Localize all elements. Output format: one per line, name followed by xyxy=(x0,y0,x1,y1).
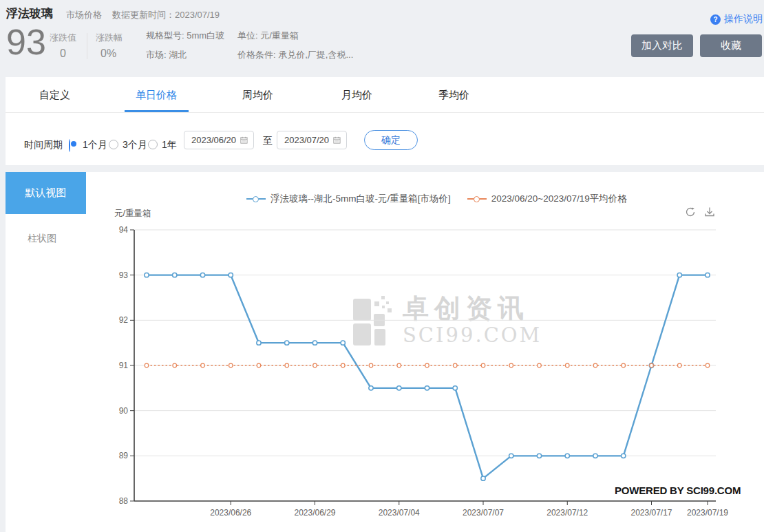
svg-text:2023/06/26: 2023/06/26 xyxy=(210,508,251,518)
svg-text:2023/06/29: 2023/06/29 xyxy=(294,508,335,518)
radio-1-year-label[interactable]: 1年 xyxy=(162,139,177,151)
svg-text:2023/07/07: 2023/07/07 xyxy=(463,508,504,518)
tab-custom[interactable]: 自定义 xyxy=(39,89,70,102)
change-pct-value: 0% xyxy=(100,47,116,60)
calendar-icon xyxy=(240,136,248,145)
calendar-icon xyxy=(333,136,341,145)
period-label: 时间周期 xyxy=(24,139,63,151)
spec-info: 规格型号: 5mm白玻 xyxy=(146,30,224,42)
price-detail-page: { "header": { "title": "浮法玻璃", "tag": "市… xyxy=(0,0,764,532)
date-from-input[interactable]: 2023/06/20 xyxy=(184,131,254,149)
svg-text:2023/07/12: 2023/07/12 xyxy=(547,508,588,518)
change-pct-label: 涨跌幅 xyxy=(96,32,123,44)
update-time-label: 数据更新时间： xyxy=(112,10,175,20)
help-link[interactable]: ? 操作说明 xyxy=(710,13,763,25)
svg-text:91: 91 xyxy=(119,361,129,370)
tab-quarterly-avg[interactable]: 季均价 xyxy=(438,89,469,102)
market-info: 市场: 湖北 xyxy=(146,49,187,61)
svg-text:92: 92 xyxy=(119,315,129,325)
legend-marker-orange xyxy=(467,195,487,202)
confirm-button[interactable]: 确定 xyxy=(364,130,418,150)
legend-label-average-series: 2023/06/20~2023/07/19平均价格 xyxy=(491,193,627,205)
sidebar-item-default-view[interactable]: 默认视图 xyxy=(6,172,86,214)
product-title: 浮法玻璃 xyxy=(6,6,53,21)
legend-item-average-series[interactable]: 2023/06/20~2023/07/19平均价格 xyxy=(467,193,627,205)
date-to-input[interactable]: 2023/07/20 xyxy=(277,131,347,149)
date-range-to-label: 至 xyxy=(263,135,273,147)
add-compare-button[interactable]: 加入对比 xyxy=(631,34,693,57)
change-value-label: 涨跌值 xyxy=(50,32,76,44)
y-axis-title: 元/重量箱 xyxy=(114,208,151,220)
help-link-label: 操作说明 xyxy=(724,13,763,25)
svg-text:2023/07/04: 2023/07/04 xyxy=(379,508,420,518)
download-icon[interactable] xyxy=(703,205,717,219)
price-type-tag: 市场价格 xyxy=(66,9,102,21)
stat-divider xyxy=(87,33,87,59)
date-from-value: 2023/06/20 xyxy=(191,135,236,145)
svg-text:2023/07/19: 2023/07/19 xyxy=(687,508,728,518)
svg-text:88: 88 xyxy=(119,496,129,506)
legend-label-price-series: 浮法玻璃--湖北-5mm白玻-元/重量箱[市场价] xyxy=(270,193,451,205)
radio-3-month-label[interactable]: 3个月 xyxy=(123,139,147,151)
current-price: 93 xyxy=(6,22,46,62)
tabs-divider xyxy=(6,112,764,113)
tab-weekly-avg[interactable]: 周均价 xyxy=(242,89,273,102)
update-time-value: 2023/07/19 xyxy=(175,10,220,20)
radio-1-month[interactable] xyxy=(69,139,70,152)
chart-legend: 浮法玻璃--湖北-5mm白玻-元/重量箱[市场价] 2023/06/20~202… xyxy=(246,193,627,205)
svg-text:93: 93 xyxy=(119,270,129,280)
svg-text:94: 94 xyxy=(119,225,129,235)
powered-by-text: POWERED BY SCI99.COM xyxy=(615,485,741,496)
page-header: 浮法玻璃 市场价格 数据更新时间：2023/07/19 93 涨跌值 0 涨跌幅… xyxy=(0,0,764,77)
tab-daily-price[interactable]: 单日价格 xyxy=(136,89,177,102)
unit-info: 单位: 元/重量箱 xyxy=(237,30,299,42)
chart-card: 默认视图 柱状图 浮法玻璃--湖北-5mm白玻-元/重量箱[市场价] 2023/… xyxy=(6,172,764,532)
svg-text:90: 90 xyxy=(119,406,129,416)
condition-info: 价格条件: 承兑价,厂提,含税... xyxy=(237,49,353,61)
legend-item-price-series[interactable]: 浮法玻璃--湖北-5mm白玻-元/重量箱[市场价] xyxy=(246,193,451,205)
change-value: 0 xyxy=(60,47,66,60)
legend-marker-blue xyxy=(246,195,266,202)
date-to-value: 2023/07/20 xyxy=(284,135,329,145)
update-time: 数据更新时间：2023/07/19 xyxy=(112,9,220,21)
svg-text:2023/07/17: 2023/07/17 xyxy=(630,508,672,518)
sidebar-item-bar-chart[interactable]: 柱状图 xyxy=(28,233,56,245)
radio-3-month[interactable] xyxy=(109,140,118,149)
radio-1-year[interactable] xyxy=(148,140,158,149)
refresh-icon[interactable] xyxy=(683,205,697,219)
svg-text:89: 89 xyxy=(119,451,129,460)
price-line-chart: 949392919089882023/06/262023/06/292023/0… xyxy=(110,224,730,523)
period-tabs-card: 自定义 单日价格 周均价 月均价 季均价 时间周期 1个月 3个月 1年 202… xyxy=(6,77,764,165)
favorite-button[interactable]: 收藏 xyxy=(700,34,762,57)
question-icon: ? xyxy=(710,14,721,25)
tab-monthly-avg[interactable]: 月均价 xyxy=(341,89,372,102)
radio-1-month-label[interactable]: 1个月 xyxy=(83,139,107,151)
